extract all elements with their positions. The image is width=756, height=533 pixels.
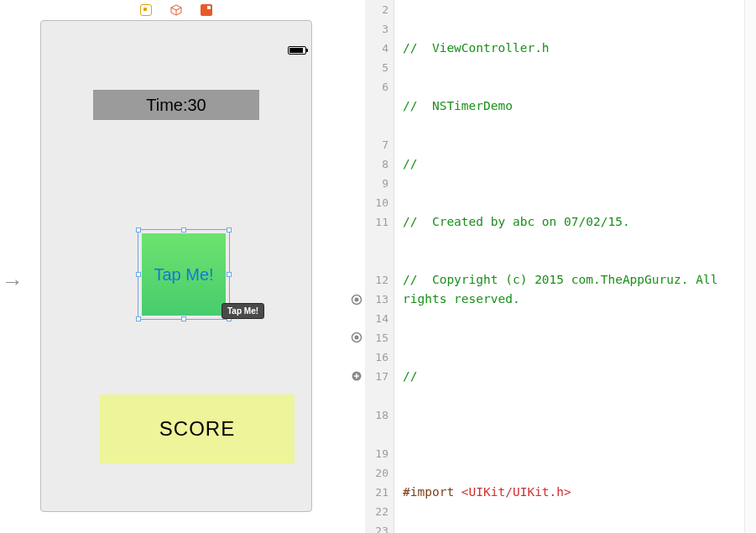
status-bar — [288, 43, 306, 53]
line-number: 16 — [365, 347, 388, 367]
line-number: 4 — [365, 39, 388, 58]
stack-icon[interactable] — [140, 4, 152, 16]
next-arrow-icon[interactable]: → — [2, 270, 23, 292]
line-number: 17 — [365, 367, 388, 405]
score-label[interactable]: SCORE — [100, 395, 295, 463]
line-number: 10 — [365, 193, 388, 212]
code-line: // Copyright (c) 2015 com.TheAppGuruz. A… — [403, 270, 722, 328]
line-number: 2 — [365, 0, 388, 19]
scrollbar[interactable] — [744, 0, 756, 533]
line-number: 12 — [365, 270, 388, 290]
resize-handle[interactable] — [181, 316, 186, 321]
code-line: // Created by abc on 07/02/15. — [403, 212, 744, 232]
interface-builder-panel: Time:30 Tap Me! Tap Me! SCORE — [29, 0, 324, 533]
code-line: // — [403, 154, 744, 174]
action-connection-icon[interactable] — [351, 370, 362, 382]
code-line: #import <UIKit/UIKit.h> — [403, 483, 744, 502]
svg-point-3 — [355, 336, 359, 340]
line-number: 13 — [365, 290, 388, 309]
code-content[interactable]: // ViewController.h // NSTimerDemo // //… — [394, 0, 744, 533]
ib-toolbar — [29, 2, 324, 18]
resize-handle[interactable] — [136, 227, 141, 233]
code-line — [403, 425, 744, 444]
resize-handle[interactable] — [136, 272, 141, 277]
line-numbers: 2 3 4 5 6 7 8 9 10 11 12 13 14 15 16 17 … — [365, 0, 394, 533]
line-number: 18 — [365, 405, 388, 444]
resize-handle[interactable] — [136, 316, 141, 321]
code-line: // NSTimerDemo — [403, 97, 744, 116]
line-number: 23 — [365, 521, 388, 533]
panel-divider[interactable] — [324, 0, 347, 533]
svg-point-1 — [355, 298, 359, 302]
line-number: 21 — [365, 483, 388, 502]
line-number: 14 — [365, 309, 388, 328]
time-label[interactable]: Time:30 — [93, 90, 259, 120]
code-editor[interactable]: 2 3 4 5 6 7 8 9 10 11 12 13 14 15 16 17 … — [347, 0, 756, 533]
line-number: 11 — [365, 212, 388, 270]
line-number: 5 — [365, 58, 388, 77]
resize-handle[interactable] — [181, 227, 186, 233]
line-number: 3 — [365, 19, 388, 39]
selection-tooltip: Tap Me! — [222, 303, 264, 319]
line-number: 19 — [365, 444, 388, 463]
line-number: 6 — [365, 77, 388, 135]
code-line: // ViewController.h — [403, 39, 744, 58]
tap-button-selection[interactable]: Tap Me! — [138, 229, 230, 320]
code-line: // — [403, 367, 744, 386]
left-gutter: → — [0, 0, 29, 533]
tap-me-button[interactable]: Tap Me! — [142, 233, 226, 316]
cube-icon[interactable] — [170, 4, 182, 16]
resize-handle[interactable] — [227, 227, 232, 233]
line-number: 8 — [365, 154, 388, 174]
line-number: 9 — [365, 174, 388, 193]
line-number: 15 — [365, 328, 388, 347]
editor-gutter: 2 3 4 5 6 7 8 9 10 11 12 13 14 15 16 17 … — [347, 0, 394, 533]
outlet-connection-icon[interactable] — [351, 332, 362, 343]
device-frame: Time:30 Tap Me! Tap Me! SCORE — [40, 20, 312, 512]
battery-icon — [288, 46, 306, 55]
outlet-connection-icon[interactable] — [351, 294, 362, 306]
export-icon[interactable] — [201, 4, 212, 16]
line-number: 22 — [365, 502, 388, 521]
line-number: 20 — [365, 463, 388, 483]
line-number: 7 — [365, 135, 388, 154]
resize-handle[interactable] — [227, 272, 232, 277]
